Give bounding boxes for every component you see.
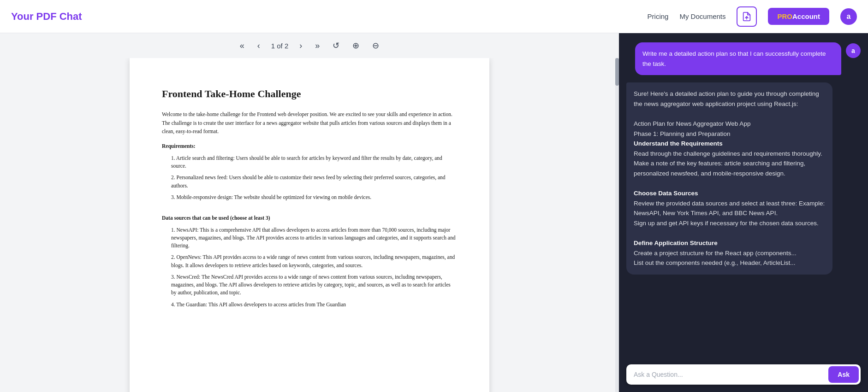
assistant-bold-1: Understand the Requirements [634, 140, 723, 147]
pro-label-pre: PRO [777, 12, 792, 20]
assistant-text-2: Action Plan for News Aggregator Web App [634, 120, 750, 127]
pdf-title: Frontend Take-Home Challenge [162, 86, 457, 102]
assistant-message-bubble: Sure! Here's a detailed action plan to g… [626, 82, 832, 275]
assistant-text-3: Phase 1: Planning and Preparation [634, 130, 730, 137]
data-sources-list: 1. NewsAPI: This is a comprehensive API … [162, 226, 457, 309]
pro-label-post: Account [792, 12, 820, 20]
user-message-row: Write me a detailed action plan so that … [626, 42, 861, 75]
pdf-intro: Welcome to the take-home challenge for t… [162, 110, 457, 135]
chat-messages: Write me a detailed action plan so that … [619, 33, 868, 359]
last-page-button[interactable]: » [311, 39, 323, 53]
assistant-bold-3: Define Application Structure [634, 240, 718, 246]
first-page-icon: « [240, 41, 244, 51]
pdf-viewer: « ‹ 1 of 2 › » ↺ ⊕ ⊖ Frontend [0, 33, 619, 392]
next-page-button[interactable]: › [296, 39, 306, 53]
assistant-message-row: Sure! Here's a detailed action plan to g… [626, 82, 861, 275]
user-message-avatar: a [846, 43, 861, 58]
my-documents-link[interactable]: My Documents [679, 12, 725, 20]
zoom-out-icon: ⊖ [372, 41, 379, 51]
assistant-text-6: Review the provided data sources and sel… [634, 200, 825, 217]
next-page-icon: › [299, 41, 302, 51]
header-right: Pricing My Documents PROAccount a [648, 6, 857, 27]
prev-page-button[interactable]: ‹ [254, 39, 264, 53]
prev-page-icon: ‹ [257, 41, 260, 51]
scrollbar-track [615, 58, 619, 392]
logo-highlight: PDF Chat [36, 11, 82, 22]
assistant-text-4: Read through the challenge guidelines an… [634, 150, 822, 157]
assistant-text-9: List out the components needed (e.g., He… [634, 259, 795, 266]
user-message-bubble: Write me a detailed action plan so that … [635, 42, 841, 75]
rotate-icon: ↺ [333, 41, 339, 51]
list-item: 1. Article search and filtering: Users s… [171, 154, 457, 170]
user-avatar[interactable]: a [840, 8, 857, 25]
rotate-button[interactable]: ↺ [329, 39, 343, 53]
zoom-in-button[interactable]: ⊕ [349, 39, 363, 53]
assistant-text-7: Sign up and get API keys if necessary fo… [634, 220, 819, 227]
chat-question-input[interactable] [634, 366, 828, 383]
assistant-text-5: Make a note of the key features: article… [634, 160, 805, 177]
main-content: « ‹ 1 of 2 › » ↺ ⊕ ⊖ Frontend [0, 33, 868, 392]
upload-icon [742, 12, 752, 22]
upload-button[interactable] [737, 6, 757, 27]
assistant-text-1: Sure! Here's a detailed action plan to g… [634, 90, 819, 107]
page-indicator: 1 of 2 [269, 42, 291, 50]
ask-button[interactable]: Ask [828, 366, 859, 383]
scrollbar-thumb[interactable] [615, 58, 619, 86]
list-item: 3. Mobile-responsive design: The website… [171, 193, 457, 201]
logo-prefix: Your [11, 11, 36, 22]
data-sources-title: Data sources that can be used (choose at… [162, 214, 457, 222]
zoom-in-icon: ⊕ [352, 41, 359, 51]
assistant-bold-2: Choose Data Sources [634, 190, 698, 197]
chat-panel: Write me a detailed action plan so that … [619, 33, 868, 392]
list-item: 3. NewsCred: The NewsCred API provides a… [171, 273, 457, 297]
first-page-button[interactable]: « [236, 39, 248, 53]
pricing-link[interactable]: Pricing [648, 12, 669, 20]
list-item: 2. OpenNews: This API provides access to… [171, 253, 457, 269]
pdf-page: Frontend Take-Home Challenge Welcome to … [130, 58, 489, 392]
assistant-text-8: Create a project structure for the React… [634, 250, 797, 257]
requirements-title: Requirements: [162, 142, 457, 150]
pdf-content-area: Frontend Take-Home Challenge Welcome to … [0, 58, 619, 392]
list-item: 4. The Guardian: This API allows develop… [171, 301, 457, 309]
pdf-toolbar: « ‹ 1 of 2 › » ↺ ⊕ ⊖ [0, 33, 619, 58]
list-item: 1. NewsAPI: This is a comprehensive API … [171, 226, 457, 250]
header: Your PDF Chat Pricing My Documents PROAc… [0, 0, 868, 33]
chat-input-wrapper: Ask [626, 364, 861, 385]
last-page-icon: » [315, 41, 320, 51]
list-item: 2. Personalized news feed: Users should … [171, 174, 457, 190]
chat-input-area: Ask [619, 359, 868, 392]
zoom-out-button[interactable]: ⊖ [369, 39, 383, 53]
requirements-list: 1. Article search and filtering: Users s… [162, 154, 457, 201]
logo: Your PDF Chat [11, 11, 82, 23]
pro-account-button[interactable]: PROAccount [768, 8, 829, 25]
